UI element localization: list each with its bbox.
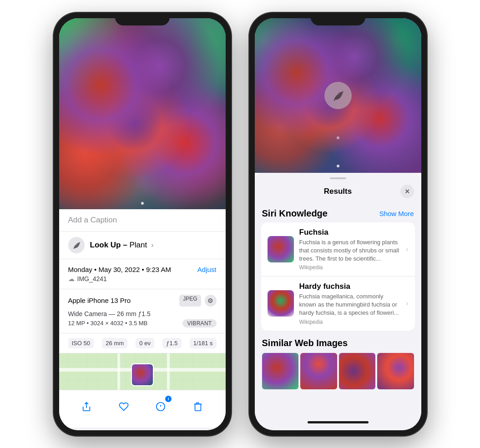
results-sheet[interactable]: Results ✕ Siri Knowledge Show More Fuchs…: [255, 173, 421, 415]
lookup-chevron: ›: [151, 241, 154, 249]
hardy-fuchsia-thumbnail: [268, 290, 294, 317]
map-road-v2: [167, 353, 170, 390]
info-button[interactable]: i: [151, 397, 171, 417]
phone-2: Results ✕ Siri Knowledge Show More Fuchs…: [249, 13, 427, 436]
results-header: Results ✕: [255, 182, 421, 203]
phone-2-screen: Results ✕ Siri Knowledge Show More Fuchs…: [255, 18, 421, 430]
leaf-icon: [72, 241, 81, 250]
similar-image-1[interactable]: [262, 353, 299, 389]
phone-notch: [115, 13, 170, 25]
photo-container[interactable]: [59, 18, 226, 209]
exif-focal: 26 mm: [102, 338, 127, 348]
knowledge-item-fuchsia[interactable]: Fuchsia Fuchsia is a genus of flowering …: [261, 222, 415, 277]
format-badges: JPEG ⚙: [179, 295, 216, 307]
info-badge-label: i: [168, 397, 169, 401]
fuchsia-thumbnail: [268, 236, 294, 262]
similar-images-row: [262, 353, 414, 389]
photo-dot-indicator: [141, 202, 144, 205]
exif-shutter: 1/181 s: [190, 338, 217, 348]
lookup-icon: [68, 237, 85, 253]
mp-text: 12 MP • 3024 × 4032 • 3.5 MB: [68, 320, 148, 327]
phone2-home-indicator: [255, 415, 421, 430]
hardy-fuchsia-chevron: ›: [406, 299, 408, 307]
similar-image-3[interactable]: [339, 353, 376, 389]
siri-leaf-icon: [332, 89, 344, 102]
adjust-button[interactable]: Adjust: [197, 266, 217, 273]
siri-knowledge-title: Siri Knowledge: [262, 208, 328, 219]
camera-spec: Wide Camera — 26 mm ƒ1.5: [68, 310, 217, 317]
sheet-handle: [330, 177, 346, 179]
flower-photo: [59, 18, 226, 209]
hardy-fuchsia-desc: Fuchsia magellanica, commonly known as t…: [299, 292, 401, 317]
similar-image-2[interactable]: [300, 353, 337, 389]
exif-row: ISO 50 26 mm 0 ev ƒ1.5 1/181 s: [59, 333, 226, 353]
results-title: Results: [276, 187, 400, 196]
fuchsia-desc: Fuchsia is a genus of flowering plants t…: [299, 238, 401, 263]
device-name: Apple iPhone 13 Pro: [68, 297, 131, 304]
hardy-fuchsia-source: Wikipedia: [299, 319, 401, 325]
share-button[interactable]: [76, 397, 96, 417]
knowledge-card: Fuchsia Fuchsia is a genus of flowering …: [261, 222, 415, 331]
date-section: Monday • May 30, 2022 • 9:23 AM Adjust ☁…: [59, 259, 226, 289]
similar-section: Similar Web Images: [255, 336, 421, 395]
knowledge-item-hardy-fuchsia[interactable]: Hardy fuchsia Fuchsia magellanica, commo…: [261, 276, 415, 331]
phone2-home-bar: [308, 421, 369, 423]
show-more-button[interactable]: Show More: [379, 210, 414, 217]
lookup-text: Look Up – Plant ›: [90, 241, 154, 250]
photo2-dot-indicator: [337, 165, 339, 167]
similar-title: Similar Web Images: [262, 338, 414, 348]
exif-ev: 0 ev: [136, 338, 154, 348]
phone2-photo[interactable]: [255, 18, 421, 173]
siri-dot: [337, 136, 339, 139]
phone-1-screen: Add a Caption Look Up – Plant › Monday •…: [59, 18, 226, 430]
exif-iso: ISO 50: [68, 338, 94, 348]
caption-area[interactable]: Add a Caption: [59, 209, 226, 232]
siri-knowledge-header: Siri Knowledge Show More: [255, 203, 421, 222]
fuchsia-source: Wikipedia: [299, 264, 401, 271]
home-indicator: [59, 428, 226, 430]
vibrant-badge: VIBRANT: [182, 319, 216, 327]
photo-background: [59, 18, 226, 209]
map-photo-thumbnail: [131, 363, 154, 386]
cloud-icon: ☁: [68, 275, 75, 282]
caption-placeholder: Add a Caption: [68, 216, 117, 224]
photo-toolbar: i: [59, 390, 226, 428]
info-badge: i: [165, 396, 172, 402]
map-road-v1: [117, 353, 120, 390]
fuchsia-title: Fuchsia: [299, 228, 401, 237]
filename: IMG_4241: [77, 275, 107, 282]
results-close-button[interactable]: ✕: [400, 185, 414, 198]
device-section: Apple iPhone 13 Pro JPEG ⚙ Wide Camera —…: [59, 289, 226, 333]
hardy-fuchsia-content: Hardy fuchsia Fuchsia magellanica, commo…: [299, 282, 401, 325]
phone-2-notch: [311, 13, 365, 25]
hardy-fuchsia-title: Hardy fuchsia: [299, 282, 401, 291]
fuchsia-chevron: ›: [406, 245, 408, 253]
date-text: Monday • May 30, 2022 • 9:23 AM: [68, 266, 171, 273]
siri-lookup-button[interactable]: [324, 82, 352, 109]
settings-icon: ⚙: [205, 295, 217, 307]
exif-aperture: ƒ1.5: [162, 338, 181, 348]
similar-image-4[interactable]: [377, 353, 414, 389]
map-thumb-image: [132, 364, 153, 385]
lookup-row[interactable]: Look Up – Plant ›: [59, 232, 226, 259]
format-badge: JPEG: [179, 295, 201, 307]
phone-1: Add a Caption Look Up – Plant › Monday •…: [54, 13, 231, 436]
map-preview[interactable]: [59, 353, 226, 390]
fuchsia-content: Fuchsia Fuchsia is a genus of flowering …: [299, 228, 401, 271]
delete-button[interactable]: [188, 397, 208, 417]
heart-button[interactable]: [114, 397, 134, 417]
